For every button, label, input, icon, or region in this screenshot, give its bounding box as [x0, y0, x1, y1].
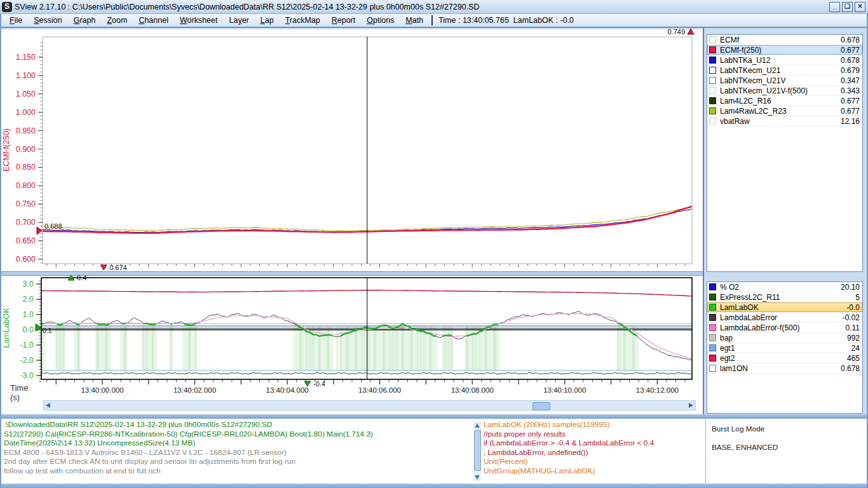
- menu-report[interactable]: Report: [326, 15, 362, 26]
- info-line: , LambdaLabError, undefined()): [484, 448, 654, 458]
- channel-row[interactable]: bap992: [707, 333, 862, 343]
- channel-color-swatch[interactable]: [709, 344, 716, 351]
- menu-channel[interactable]: Channel: [133, 15, 174, 26]
- channel-row[interactable]: LambdaLabError-0.02: [707, 313, 862, 323]
- svg-text:Time: Time: [10, 383, 28, 393]
- channel-row[interactable]: egt2465: [707, 353, 862, 363]
- scroll-left-arrow-icon[interactable]: [46, 403, 50, 408]
- math-scrollbar-thumb[interactable]: [474, 430, 481, 471]
- svg-text:1.050: 1.050: [16, 90, 36, 98]
- channel-color-swatch[interactable]: [709, 77, 716, 84]
- menu-options[interactable]: Options: [361, 15, 400, 26]
- channel-name: vbatRaw: [720, 117, 841, 126]
- channel-row[interactable]: ExPressL2C_R115: [707, 292, 862, 302]
- channel-color-swatch[interactable]: [709, 314, 716, 321]
- channel-name: Lam4L2C_R16: [720, 97, 841, 105]
- info-line: //puts proper only results: [484, 430, 654, 439]
- channel-color-swatch[interactable]: [709, 36, 716, 43]
- menu-file[interactable]: File: [4, 15, 28, 26]
- menu-lap[interactable]: Lap: [255, 15, 280, 26]
- svg-text:-2.0: -2.0: [20, 356, 34, 365]
- channel-row[interactable]: LabNTKecm_U21V-f(500)0.343: [707, 86, 862, 96]
- svg-text:13:40:04.000: 13:40:04.000: [266, 386, 309, 394]
- channel-name: LabNTKecm_U21: [720, 66, 841, 75]
- channel-color-swatch[interactable]: [709, 355, 716, 362]
- scroll-right-arrow-icon[interactable]: [689, 403, 693, 408]
- svg-text:(s): (s): [10, 393, 20, 402]
- time-scrollbar-thumb[interactable]: [532, 402, 550, 410]
- channel-color-swatch[interactable]: [709, 46, 716, 53]
- svg-text:0.688: 0.688: [44, 222, 62, 230]
- channel-value: 12.16: [841, 117, 860, 126]
- channel-row[interactable]: Lam4RawL2C_R230.677: [707, 106, 862, 116]
- svg-text:13:40:02.000: 13:40:02.000: [173, 386, 216, 394]
- menu-graph[interactable]: Graph: [68, 15, 102, 26]
- channel-value: 0.677: [841, 46, 860, 55]
- svg-text:-1.0: -1.0: [20, 341, 34, 349]
- app-icon: S: [2, 2, 12, 12]
- info-line: Unit(Percent): [484, 457, 654, 466]
- channel-color-swatch[interactable]: [709, 334, 716, 341]
- svg-text:LamLabOK: LamLabOK: [2, 308, 11, 348]
- channel-color-swatch[interactable]: [709, 87, 716, 94]
- menu-layer[interactable]: Layer: [223, 15, 254, 26]
- close-button[interactable]: ✕: [855, 2, 865, 12]
- svg-text:1.100: 1.100: [16, 71, 36, 80]
- svg-text:0.800: 0.800: [16, 181, 36, 190]
- channel-value: 0.678: [841, 36, 860, 44]
- channel-value: 24: [851, 344, 860, 353]
- channel-name: LabNTKa_U12: [720, 56, 841, 65]
- minimize-button[interactable]: _: [829, 2, 840, 12]
- info-line: UnitGroup(MATHUG-LamLabOK): [484, 466, 654, 476]
- svg-text:0.749: 0.749: [667, 28, 685, 36]
- channel-row[interactable]: ECMf-f(250)0.677: [707, 45, 862, 55]
- menu-separator: [431, 15, 433, 25]
- menu-zoom[interactable]: Zoom: [101, 15, 133, 26]
- channel-row[interactable]: LabNTKecm_U21V0.347: [707, 76, 862, 86]
- time-scrollbar[interactable]: [43, 400, 696, 410]
- channel-color-swatch[interactable]: [709, 365, 716, 372]
- channel-color-swatch[interactable]: [709, 57, 716, 64]
- channel-value: 992: [847, 334, 860, 342]
- svg-text:3.0: 3.0: [23, 280, 34, 288]
- channel-color-swatch[interactable]: [709, 118, 716, 125]
- channel-color-swatch[interactable]: [709, 67, 716, 74]
- channel-row[interactable]: LabNTKecm_U210.679: [707, 65, 862, 76]
- info-line: if (LambdaLabError > -0.4 & LambdaLabErr…: [484, 438, 654, 448]
- channel-row[interactable]: % O220.10: [707, 282, 862, 292]
- info-line: .\DownloadedData\RR S12\2025-02-14 13-32…: [4, 420, 373, 430]
- channel-color-swatch[interactable]: [709, 294, 716, 301]
- channel-color-swatch[interactable]: [709, 97, 716, 104]
- channel-row[interactable]: vbatRaw12.16: [707, 116, 862, 126]
- svg-text:0.4: 0.4: [77, 274, 86, 281]
- channel-row[interactable]: ECMf0.678: [707, 35, 862, 45]
- channel-row[interactable]: Lam4L2C_R160.677: [707, 96, 862, 106]
- title-bar[interactable]: S SView 2.17.10 : C:\Users\Public\Docume…: [0, 0, 868, 14]
- graph-area[interactable]: 3.02.01.00.0-1.0-2.0-3.0LamLabOK13:40:00…: [0, 28, 704, 414]
- channel-color-swatch[interactable]: [709, 107, 716, 114]
- math-scroll-up-icon[interactable]: [475, 423, 480, 428]
- menu-math[interactable]: Math: [400, 15, 429, 26]
- channel-color-swatch[interactable]: [709, 283, 716, 290]
- math-scroll-down-icon[interactable]: [475, 475, 480, 480]
- channel-row[interactable]: LambdaLabError-f(500)0.11: [707, 323, 862, 333]
- menu-trackmap[interactable]: TrackMap: [280, 15, 326, 26]
- menu-worksheet[interactable]: Worksheet: [174, 15, 224, 26]
- burst-log-line: Burst Log Mode: [712, 424, 778, 434]
- channel-row[interactable]: LamLabOK-0.0: [707, 302, 862, 313]
- channel-row[interactable]: LabNTKa_U120.678: [707, 55, 862, 65]
- channel-row[interactable]: egt124: [707, 343, 862, 353]
- channel-color-swatch[interactable]: [709, 304, 716, 311]
- maximize-button[interactable]: ❏: [842, 2, 853, 12]
- channel-color-swatch[interactable]: [709, 324, 716, 331]
- svg-text:13:40:12.000: 13:40:12.000: [636, 386, 679, 394]
- math-scrollbar[interactable]: [473, 422, 481, 481]
- channel-row[interactable]: lam1ON0.678: [707, 363, 862, 374]
- channel-status-value: -0.0: [560, 16, 574, 25]
- svg-text:-3.0: -3.0: [20, 371, 34, 380]
- bottom-strip-divider: [705, 419, 706, 484]
- menu-session[interactable]: Session: [28, 15, 67, 26]
- channel-value: 465: [847, 354, 860, 363]
- cursor-status: Time : 13:40:05.765 LamLabOK : -0.0: [438, 16, 574, 25]
- channel-name: egt1: [720, 344, 851, 353]
